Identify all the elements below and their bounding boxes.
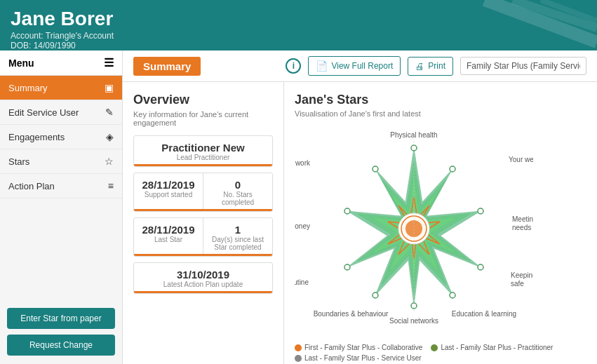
outer-star-group [340,141,488,313]
svg-point-14 [450,292,455,298]
action-plan-value: 31/10/2019 [141,269,265,281]
support-started-value: 28/11/2019 [138,179,199,191]
overview-subtitle: Key information for Jane's current engag… [133,110,273,127]
star-svg: Physical health Your well-being Meeting … [295,123,533,334]
star-legend: First - Family Star Plus - Collaborative… [295,344,586,362]
edit-icon: ✎ [105,107,114,118]
svg-point-11 [450,166,455,172]
sidebar-item-engagements[interactable]: Engagements ◈ [0,125,122,149]
action-plan-top: 31/10/2019 Latest Action Plan update [134,263,272,293]
support-stars-card: 28/11/2019 Support started 0 No. Stars c… [133,173,273,212]
svg-point-19 [373,166,378,172]
days-since-value: 1 [208,224,268,236]
practitioner-name: Practitioner New [141,142,265,154]
legend-item-last-service-user: Last - Family Star Plus - Service User [295,354,422,362]
hamburger-icon[interactable]: ☰ [104,56,114,69]
last-star-label: Last Star [138,236,199,243]
header-decoration [457,0,597,50]
label-physical-health: Physical health [390,131,437,139]
summary-icon: ▣ [105,82,114,93]
action-plan-card: 31/10/2019 Latest Action Plan update [133,262,273,294]
svg-point-16 [373,292,378,298]
last-star-row: 28/11/2019 Last Star 1 Day(s) since last… [134,218,272,256]
practitioner-card: Practitioner New Lead Practitioner [133,135,273,167]
label-home-money: Home & money [295,222,310,230]
header: Jane Borer Account: Triangle's Account D… [0,0,597,50]
svg-point-18 [344,208,350,214]
overview-panel: Overview Key information for Jane's curr… [123,82,284,364]
stars-icon: ☆ [105,156,114,167]
last-star-cell: 28/11/2019 Last Star [134,218,203,254]
top-bar: Summary i 📄 View Full Report 🖨 Print [123,50,597,82]
practitioner-role: Lead Practitioner [141,154,265,161]
print-button[interactable]: 🖨 Print [408,57,453,76]
sidebar-item-action-plan[interactable]: Action Plan ≡ [0,174,122,198]
svg-point-13 [478,264,483,270]
star-type-dropdown[interactable] [460,57,586,75]
last-star-value: 28/11/2019 [138,224,199,236]
action-plan-label: Action Plan [8,181,55,191]
legend-dot-first-collab [295,344,302,351]
summary-label: Summary [8,83,48,93]
label-boundaries: Boundaries & behaviour [314,310,389,318]
menu-label: Menu [8,58,34,69]
stars-label: Stars [8,156,29,167]
main-layout: Menu ☰ Summary ▣ Edit Service User ✎ Eng… [0,50,597,364]
legend-item-last-practitioner: Last - Family Star Plus - Practitioner [431,344,553,351]
legend-dot-last-service-user [295,355,302,362]
svg-point-12 [478,208,483,214]
stars-panel-title: Jane's Stars [295,93,586,107]
days-since-cell: 1 Day(s) since last Star completed [203,218,272,254]
sidebar-item-stars[interactable]: Stars ☆ [0,149,122,174]
sidebar-header: Menu ☰ [0,50,122,76]
sidebar-buttons: Enter Star from paper Request Change [0,299,122,364]
days-since-label: Day(s) since last Star completed [208,236,268,251]
sidebar-item-summary[interactable]: Summary ▣ [0,76,122,100]
overview-title: Overview [133,93,273,107]
label-education: Education & learning [452,310,516,318]
sidebar: Menu ☰ Summary ▣ Edit Service User ✎ Eng… [0,50,123,364]
label-progress-to-work: Progress to work [295,159,311,167]
engagements-label: Engagements [8,132,65,142]
main-content: Summary i 📄 View Full Report 🖨 Print Ove… [123,50,597,364]
stars-completed-cell: 0 No. Stars completed [203,173,272,209]
request-change-button[interactable]: Request Change [7,335,115,356]
label-keeping-children: Keeping your children [511,271,533,279]
svg-point-17 [344,264,350,270]
legend-label-last-practitioner: Last - Family Star Plus - Practitioner [441,344,553,351]
label-safe: safe [511,280,524,288]
legend-label-first-collab: First - Family Star Plus - Collaborative [304,344,422,351]
practitioner-card-top: Practitioner New Lead Practitioner [134,136,272,166]
print-icon: 🖨 [415,61,424,72]
legend-label-last-service-user: Last - Family Star Plus - Service User [304,354,422,362]
stars-completed-value: 0 [208,179,268,191]
action-plan-label: Latest Action Plan update [141,281,265,288]
document-icon: 📄 [316,60,328,72]
sidebar-item-edit-service-user[interactable]: Edit Service User ✎ [0,100,122,125]
stars-panel-subtitle: Visualisation of Jane's first and latest [295,109,586,118]
label-needs: needs [512,224,531,231]
edit-service-user-label: Edit Service User [8,107,79,118]
support-started-label: Support started [138,191,199,198]
label-meeting-emotional: Meeting emotional [512,215,533,223]
content-area: Overview Key information for Jane's curr… [123,82,597,364]
view-full-report-button[interactable]: 📄 View Full Report [308,56,401,76]
last-star-card: 28/11/2019 Last Star 1 Day(s) since last… [133,217,273,257]
label-your-wellbeing: Your well-being [509,156,533,163]
legend-dot-last-practitioner [431,344,438,351]
label-social-networks: Social networks [389,317,438,325]
star-chart: Physical health Your well-being Meeting … [295,123,533,341]
summary-badge: Summary [133,57,201,76]
enter-star-button[interactable]: Enter Star from paper [7,308,115,329]
legend-item-first-collab: First - Family Star Plus - Collaborative [295,344,422,351]
label-family-routine: Family routine [295,278,309,286]
support-stars-row: 28/11/2019 Support started 0 No. Stars c… [134,173,272,211]
action-plan-icon: ≡ [108,180,114,191]
stars-panel: Jane's Stars Visualisation of Jane's fir… [284,82,597,364]
engagements-icon: ◈ [106,131,114,142]
info-icon[interactable]: i [286,58,301,74]
stars-completed-label: No. Stars completed [208,191,268,206]
support-started-cell: 28/11/2019 Support started [134,173,203,209]
